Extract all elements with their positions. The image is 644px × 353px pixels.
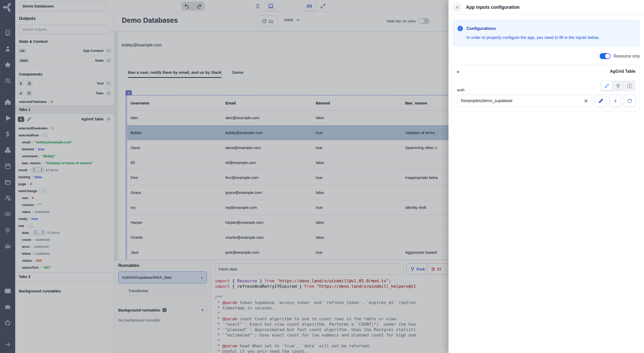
mobile-view-button[interactable]	[252, 2, 264, 11]
edit-resource-button[interactable]	[595, 95, 607, 107]
script-name-input[interactable]	[215, 263, 404, 275]
chevron-up-icon[interactable]	[106, 90, 111, 96]
column-header-email[interactable]: Email	[222, 101, 312, 105]
sidebar-item-cubes[interactable]	[4, 147, 11, 153]
sidebar-item-home[interactable]	[4, 99, 11, 105]
sidebar-item-user-group[interactable]	[4, 77, 11, 84]
component-row-a[interactable]: aTabs	[15, 88, 114, 98]
code-line: import { Resource } from "https://deno.l…	[215, 278, 448, 284]
code-line: /**	[215, 294, 448, 300]
redo-icon[interactable]	[196, 3, 202, 9]
static-mode-button[interactable]	[601, 81, 612, 91]
sidebar-item-eye[interactable]	[4, 211, 11, 217]
table-cell: Eli	[127, 160, 222, 165]
hand-pointer-icon[interactable]	[26, 90, 32, 96]
runnable-item-transformer[interactable]: Transformer	[124, 285, 207, 296]
runnable-item-selected[interactable]: hub/943/supabase/fetch_data c	[118, 272, 207, 283]
sidebar-item-gear[interactable]	[4, 227, 11, 233]
delete-script-button[interactable]: Cl	[427, 263, 448, 275]
app-header-bar: Demo Databases (1) once Hide bar on view	[114, 12, 448, 31]
table-row[interactable]: Gracegrace@example.comfalse	[127, 185, 448, 200]
output-prop-ban_reason: ban_reason:"Violation of terms of servic…	[15, 160, 114, 167]
table-row[interactable]: Jackjack@example.comtrueAggressive towar…	[127, 245, 448, 260]
grid-component-selection[interactable]: UsernameEmailBannedBan_reason Alexalex@e…	[125, 95, 448, 262]
sidebar-item-dollar[interactable]	[4, 131, 11, 137]
eval-mode-button[interactable]: f	[624, 81, 635, 91]
sidebar-item-calendar[interactable]	[4, 163, 11, 169]
prop-value[interactable]: [...]	[32, 168, 44, 173]
sidebar-item-github[interactable]	[4, 320, 11, 326]
fullwidth-layout-button[interactable]	[317, 2, 328, 11]
refresh-resource-button[interactable]	[624, 95, 635, 107]
sidebar-collapse-arrow-right[interactable]	[4, 341, 11, 348]
sidebar-item-play[interactable]	[4, 115, 11, 121]
sidebar-item-folder[interactable]	[4, 179, 11, 185]
table-row[interactable]: Elieli@example.comfalse	[127, 155, 448, 170]
sidebar-item-users-gear[interactable]	[4, 195, 11, 201]
search-outputs-input[interactable]	[19, 25, 111, 34]
component-row-b[interactable]: bText	[15, 78, 114, 88]
table-row[interactable]: Charliecharlie@example.comfalse	[127, 230, 448, 245]
tabs1-section-header[interactable]: Tabs 1	[15, 105, 114, 114]
prop-key: statusText	[22, 266, 38, 269]
center-layout-button[interactable]: |0|	[304, 2, 315, 11]
sidebar-item-book[interactable]	[4, 288, 11, 294]
prop-value[interactable]: -	[28, 224, 33, 228]
connect-mode-button[interactable]	[613, 81, 623, 91]
sidebar-item-discord[interactable]	[4, 304, 11, 310]
drawer-title: App inputs configuration	[466, 5, 520, 10]
table-cell: true	[312, 145, 402, 150]
prop-value[interactable]: -	[43, 133, 48, 138]
windmill-logo-icon[interactable]	[3, 2, 13, 12]
sidebar-divider	[0, 91, 15, 92]
column-header-banned[interactable]: Banned	[312, 101, 402, 105]
chevron-down-icon[interactable]	[106, 58, 111, 63]
context-row-ctx[interactable]: ctxApp Context	[15, 46, 114, 55]
table-row[interactable]: Danadana@example.comtrueSpamming other u	[127, 140, 448, 155]
prop-value[interactable]: -	[41, 189, 46, 193]
close-button[interactable]	[453, 3, 462, 12]
edit-id-pencil-icon[interactable]	[27, 117, 31, 121]
undo-icon[interactable]	[184, 3, 190, 9]
chevron-down-icon[interactable]	[106, 48, 111, 54]
tabs2-section-header[interactable]: Tabs 2	[15, 272, 114, 281]
canvas-tab-1[interactable]: Demo	[232, 70, 243, 78]
sidebar-item-star[interactable]	[4, 61, 11, 68]
context-row-state[interactable]: stateState	[15, 55, 114, 65]
resource-only-toggle[interactable]	[600, 53, 611, 59]
schedule-dropdown[interactable]: once	[284, 18, 300, 22]
sidebar-item-building[interactable]	[4, 29, 11, 36]
sidebar-item-robot[interactable]	[4, 243, 11, 249]
table-row[interactable]: Bobbybobby@example.comtrueViolation of t…	[127, 125, 448, 140]
table-row[interactable]: Ivyivy@example.comtrueIdentity theft	[127, 200, 448, 215]
app-title-input[interactable]	[19, 1, 106, 11]
resource-path-input[interactable]	[461, 98, 583, 103]
prop-value[interactable]: [...]	[33, 230, 45, 235]
bottom-panel: Runnables hub/943/supabase/fetch_data c …	[114, 260, 448, 353]
grid-component-row[interactable]: c AgGrid Table	[15, 114, 114, 124]
clear-icon[interactable]	[583, 98, 588, 103]
refresh-button[interactable]: (1)	[258, 15, 277, 27]
column-header-ban_reason[interactable]: Ban_reason	[402, 101, 448, 105]
column-header-username[interactable]: Username	[127, 101, 222, 105]
laptop-icon	[268, 3, 274, 9]
table-cell: jack@example.com	[222, 250, 312, 255]
chevron-down-icon[interactable]	[106, 81, 111, 86]
code-editor[interactable]: import { Resource } from "https://deno.l…	[215, 278, 448, 353]
fork-button[interactable]: Fork	[406, 263, 429, 275]
hide-bar-toggle[interactable]	[419, 18, 429, 24]
chevron-up-icon[interactable]	[106, 116, 111, 122]
prop-value: "OK"	[43, 266, 51, 269]
table-row[interactable]: Alexalex@example.comfalse	[127, 110, 448, 125]
table-row[interactable]: Finnfinn@example.comtrueInappropriate be…	[127, 170, 448, 185]
canvas-tab-0[interactable]: Ban a user, notify them by email, and us…	[128, 70, 222, 78]
output-prop-count: count:undefined	[15, 236, 114, 243]
hand-pointer-icon[interactable]	[26, 81, 33, 86]
table-row[interactable]: Harperharper@example.comfalse	[127, 215, 448, 230]
add-background-runnable-button[interactable]	[198, 306, 207, 314]
sidebar-item-user[interactable]	[4, 45, 11, 52]
add-resource-button[interactable]	[609, 95, 621, 107]
prop-value: "bobby@example.com"	[35, 140, 72, 144]
text-component[interactable]: bobby@example.com	[122, 43, 162, 47]
desktop-view-button[interactable]	[265, 2, 276, 11]
